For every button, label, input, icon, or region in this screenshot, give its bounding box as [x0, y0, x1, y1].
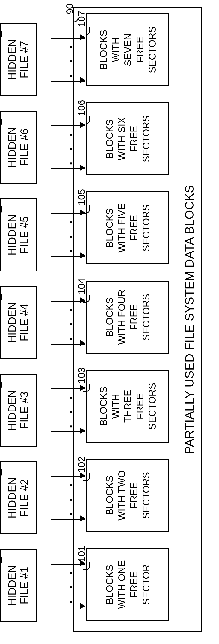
ref-label: 101 — [76, 546, 87, 562]
hidden-file-box: 91 HIDDEN FILE #1 — [0, 549, 37, 622]
block-line: WITH FOUR — [116, 290, 128, 345]
hidden-file-line2: FILE #3 — [18, 392, 31, 429]
hidden-file-line1: HIDDEN — [6, 302, 18, 343]
block-line: SECTOR — [140, 564, 152, 605]
block-line: BLOCKS — [103, 565, 116, 604]
block-line: SECTORS — [140, 204, 152, 252]
hidden-file-box: 96 HIDDEN FILE #6 — [0, 111, 37, 184]
outer-ref-label: 90 — [64, 4, 75, 14]
free-sector-block: BLOCKS WITH SEVEN FREE SECTORS — [86, 13, 169, 86]
block-line: BLOCKS — [103, 476, 116, 515]
block-line: FREE — [128, 572, 140, 598]
hidden-file-box: 97 HIDDEN FILE #7 — [0, 23, 37, 96]
ref-label: 104 — [76, 278, 87, 294]
block-line: SECTORS — [140, 472, 152, 519]
hidden-file-line1: HIDDEN — [6, 478, 18, 518]
hidden-file-line1: HIDDEN — [6, 390, 18, 431]
free-sector-block: BLOCKS WITH TWO FREE SECTORS — [86, 459, 169, 532]
block-line: BLOCKS — [97, 387, 110, 426]
diagram-rotor: 91 HIDDEN FILE #1 . . . 92 HIDDEN FILE #… — [0, 0, 219, 644]
column-5: 95 HIDDEN FILE #5 . . . — [0, 198, 37, 272]
free-sector-block: BLOCKS WITH ONE FREE SECTOR — [86, 548, 169, 621]
block-line: WITH — [110, 394, 122, 419]
hidden-file-line2: FILE #2 — [18, 479, 31, 517]
block-line: FREE — [128, 215, 140, 241]
block-line: WITH FIVE — [116, 203, 128, 252]
column-7: 97 HIDDEN FILE #7 . . . — [0, 23, 37, 96]
inner-col: 101 BLOCKS WITH ONE FREE SECTOR — [86, 548, 169, 621]
block-line: FREE — [128, 482, 140, 509]
inner-col: 104 BLOCKS WITH FOUR FREE SECTORS — [86, 281, 169, 354]
hidden-file-box: 93 HIDDEN FILE #3 — [0, 374, 37, 447]
column-6: 96 HIDDEN FILE #6 . . . — [0, 111, 37, 184]
block-line: FREE — [134, 37, 146, 63]
ref-label: 105 — [76, 189, 87, 205]
outer-container: 90 101 BLOCKS WITH ONE FREE SECTOR 102 — [73, 7, 202, 632]
block-line: SECTORS — [140, 116, 152, 162]
hidden-file-line1: HIDDEN — [6, 127, 18, 168]
block-line: SECTORS — [146, 383, 158, 430]
free-sector-block: BLOCKS WITH FIVE FREE SECTORS — [86, 191, 169, 264]
inner-col: 106 BLOCKS WITH SIX FREE SECTORS — [86, 102, 169, 175]
free-sector-block: BLOCKS WITH THREE FREE SECTORS — [86, 370, 169, 443]
column-1: 91 HIDDEN FILE #1 . . . — [0, 549, 37, 622]
hidden-file-line1: HIDDEN — [6, 565, 18, 606]
hidden-file-box: 92 HIDDEN FILE #2 — [0, 462, 37, 534]
column-3: 93 HIDDEN FILE #3 . . . — [0, 374, 37, 447]
block-line: SECTORS — [140, 294, 152, 341]
block-line: WITH — [110, 37, 122, 62]
block-line: WITH TWO — [116, 470, 128, 520]
ref-label: 106 — [76, 100, 87, 116]
hidden-file-line2: FILE #1 — [18, 567, 31, 604]
inner-col: 107 BLOCKS WITH SEVEN FREE SECTORS — [86, 13, 169, 86]
inner-col: 105 BLOCKS WITH FIVE FREE SECTORS — [86, 191, 169, 264]
block-line: SEVEN — [122, 33, 134, 66]
free-sector-block: BLOCKS WITH FOUR FREE SECTORS — [86, 281, 169, 354]
block-line: BLOCKS — [103, 119, 116, 158]
ref-label: 103 — [76, 368, 87, 384]
column-2: 92 HIDDEN FILE #2 . . . — [0, 462, 37, 534]
block-line: WITH SIX — [116, 117, 128, 160]
ref-label: 102 — [76, 456, 87, 473]
block-line: FREE — [128, 304, 140, 330]
outer-label: PARTIALLY USED FILE SYSTEM DATA BLOCKS — [182, 8, 196, 631]
block-line: BLOCKS — [103, 297, 116, 337]
inner-col: 103 BLOCKS WITH THREE FREE SECTORS — [86, 370, 169, 443]
block-line: FREE — [134, 393, 146, 419]
block-line: BLOCKS — [97, 30, 110, 70]
inner-row: 101 BLOCKS WITH ONE FREE SECTOR 102 BLOC… — [86, 13, 169, 621]
hidden-file-box: 94 HIDDEN FILE #4 — [0, 286, 37, 359]
block-line: FREE — [128, 126, 140, 152]
column-4: 94 HIDDEN FILE #4 . . . — [0, 286, 37, 359]
block-line: BLOCKS — [103, 208, 116, 248]
diagram-canvas: 91 HIDDEN FILE #1 . . . 92 HIDDEN FILE #… — [0, 0, 219, 644]
block-line: THREE — [122, 390, 134, 423]
inner-col: 102 BLOCKS WITH TWO FREE SECTORS — [86, 459, 169, 532]
block-line: SECTORS — [146, 26, 158, 73]
hidden-file-line2: FILE #5 — [18, 216, 31, 254]
hidden-file-box: 95 HIDDEN FILE #5 — [0, 198, 37, 272]
hidden-file-line2: FILE #4 — [18, 304, 31, 341]
hidden-file-line2: FILE #7 — [18, 41, 31, 78]
ref-label: 107 — [76, 11, 87, 27]
block-line: WITH ONE — [116, 560, 128, 609]
hidden-file-line1: HIDDEN — [6, 214, 18, 256]
hidden-file-line2: FILE #6 — [18, 128, 31, 166]
free-sector-block: BLOCKS WITH SIX FREE SECTORS — [86, 102, 169, 175]
hidden-file-line1: HIDDEN — [6, 39, 18, 80]
